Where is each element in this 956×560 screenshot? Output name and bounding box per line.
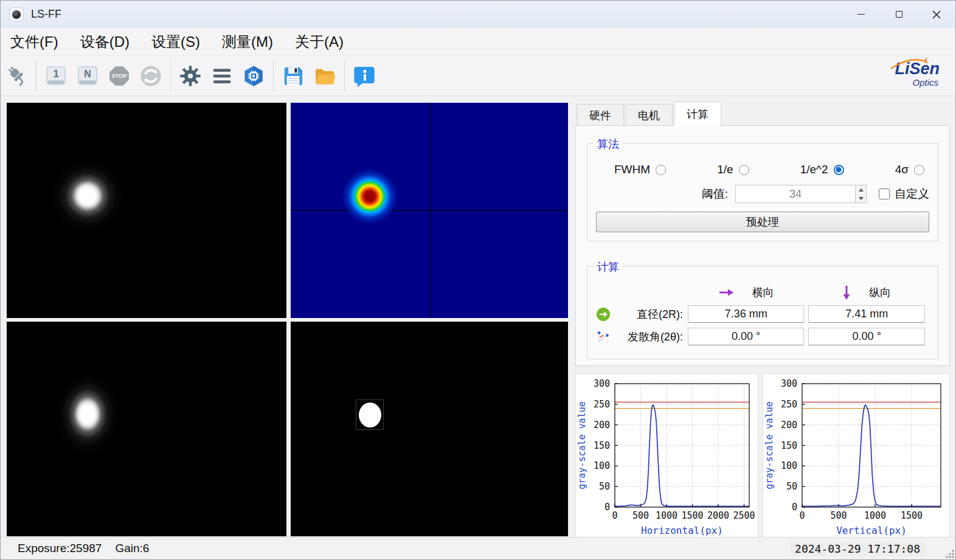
app-icon [9,7,24,22]
toolbar-separator [344,60,345,92]
radio-circle-icon [914,165,924,175]
divergence-vertical-value: 0.00 ° [808,328,925,345]
info-button[interactable] [348,60,380,92]
menu-bar: 文件(F) 设备(D) 设置(S) 测量(M) 关于(A) [1,28,955,56]
beam-image-raw[interactable] [7,103,286,318]
maximize-icon [896,11,902,18]
toolbar: 1 N STOP [1,56,955,96]
save-button[interactable] [277,60,309,92]
radio-circle-icon [834,165,844,175]
beam-image-heatmap[interactable] [291,103,568,318]
radio-1e2[interactable]: 1/e^2 [800,163,844,176]
refresh-button[interactable] [135,60,167,92]
triangle-up-icon [859,188,864,192]
svg-text:100: 100 [781,460,797,471]
calculation-group: 计算 横向 纵向 [587,266,938,359]
radio-4sigma[interactable]: 4σ [895,163,924,176]
chip-button[interactable] [238,60,269,92]
svg-text:STOP: STOP [111,72,127,79]
threshold-row: 阈值: 34 自定义 [596,185,929,203]
svg-text:50: 50 [599,481,610,492]
svg-text:250: 250 [781,399,797,410]
tab-hardware[interactable]: 硬件 [577,104,624,126]
svg-text:150: 150 [781,440,797,451]
beam-image-binary[interactable] [291,322,568,536]
svg-text:0: 0 [612,510,617,521]
svg-text:2000: 2000 [707,510,729,521]
svg-text:Vertical(px): Vertical(px) [836,525,907,536]
divergence-label: 发散角(2θ): [617,330,688,344]
svg-text:1500: 1500 [681,510,703,521]
datetime-status: 2024-03-29 17:17:08 [790,542,925,556]
svg-text:N: N [84,69,91,79]
menu-file[interactable]: 文件(F) [8,31,61,53]
calculation-group-title: 计算 [594,260,623,274]
key-n-icon: N [76,64,99,88]
tab-motor[interactable]: 电机 [625,104,673,126]
svg-text:gray-scale value: gray-scale value [577,401,587,489]
vertical-profile-chart: 050100150200250300050010001500Vertical(p… [763,373,950,542]
diameter-vertical-value: 7.41 mm [808,305,925,323]
tab-calculation[interactable]: 计算 [674,102,721,126]
chip-hexagon-icon [242,64,265,88]
hamburger-icon [210,64,234,88]
custom-checkbox[interactable] [879,188,890,199]
open-button[interactable] [309,60,341,92]
diameter-row: 直径(2R): 7.36 mm 7.41 mm [596,305,929,323]
beam-spot [51,159,124,232]
vendor-logo: LiSen Optics [895,61,940,87]
close-icon [932,10,941,19]
divergence-horizontal-value: 0.00 ° [688,328,805,345]
threshold-spinner [856,185,867,203]
triangle-down-icon [859,197,864,200]
resize-grip-icon[interactable] [946,550,954,558]
exposure-status: Exposure:25987 [18,542,102,555]
svg-text:Horizontal(px): Horizontal(px) [641,525,723,536]
beam-image-processed[interactable] [7,322,286,536]
svg-text:500: 500 [830,510,847,521]
menu-device[interactable]: 设备(D) [78,31,132,53]
capture-single-button[interactable]: 1 [40,60,72,92]
svg-text:500: 500 [632,510,649,521]
beam-spot-heatmap [341,167,399,226]
minimize-button[interactable] [842,1,880,28]
window-title: LS-FF [31,8,61,21]
preprocess-button[interactable]: 预处理 [596,212,929,232]
svg-text:1: 1 [53,67,59,80]
beam-mask-circle [359,403,381,427]
spin-up-button[interactable] [856,185,866,194]
algorithm-group-title: 算法 [594,137,623,151]
spin-down-button[interactable] [856,194,866,202]
beam-mask-box [356,399,384,430]
svg-text:0: 0 [792,502,797,513]
radio-1e[interactable]: 1/e [717,163,749,176]
list-button[interactable] [206,60,238,92]
menu-settings[interactable]: 设置(S) [149,31,203,53]
divergence-row: 发散角(2θ): 0.00 ° 0.00 ° [596,328,929,345]
maximize-button[interactable] [880,1,918,28]
threshold-input[interactable]: 34 [735,185,856,203]
settings-button[interactable] [175,60,206,92]
vertical-column-header: 纵向 [869,285,891,300]
save-floppy-icon [282,64,305,88]
menu-measure[interactable]: 测量(M) [220,31,275,53]
horizontal-profile-chart: 05010015020025030005001000150020002500Ho… [575,373,758,542]
radio-fwhm[interactable]: FWHM [614,163,666,176]
svg-text:50: 50 [786,481,797,492]
gain-status: Gain:6 [115,542,149,555]
minimize-icon [857,14,865,15]
capture-continuous-button[interactable]: N [72,60,103,92]
app-window: LS-FF 文件(F) 设备(D) 设置(S) 测量(M) 关于(A) [0,0,956,560]
lens-icon [12,10,21,19]
svg-text:gray-scale value: gray-scale value [764,401,775,489]
folder-icon [313,64,336,88]
stop-button[interactable]: STOP [103,60,135,92]
calculation-tab-page: 算法 FWHM 1/e 1/e^2 4σ [575,125,950,366]
connect-button[interactable] [1,60,32,92]
close-button[interactable] [918,1,955,28]
diameter-label: 直径(2R): [617,307,688,322]
arrow-down-icon [842,285,851,300]
logo-swoosh-icon [890,55,942,74]
svg-text:1000: 1000 [656,510,677,521]
menu-about[interactable]: 关于(A) [293,31,346,53]
